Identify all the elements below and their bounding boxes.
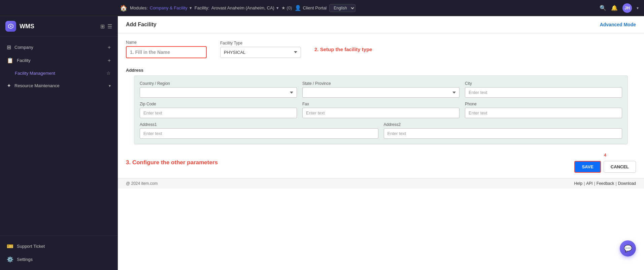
address-header: Address bbox=[126, 68, 636, 73]
content-area: Add Facility Advanced Mode Name Facility… bbox=[118, 16, 644, 270]
phone-input[interactable] bbox=[465, 108, 622, 118]
support-icon: 🎫 bbox=[7, 243, 13, 249]
country-select[interactable] bbox=[140, 87, 297, 98]
sidebar: WMS ⊞ ☰ ⊞ Company + 📋 Facility + Facilit… bbox=[0, 16, 118, 270]
bell-icon[interactable]: 🔔 bbox=[611, 5, 618, 11]
address2-label: Address2 bbox=[384, 122, 622, 127]
footer: @ 2024 item.com Help | API | Feedback | … bbox=[118, 178, 644, 189]
top-navigation: 🏠 Modules: Company & Facility ▾ Facility… bbox=[0, 0, 644, 16]
city-label: City bbox=[465, 81, 622, 86]
client-portal[interactable]: 👤 Client Portal bbox=[295, 5, 327, 11]
zipcode-group: Zip Code bbox=[140, 102, 297, 118]
address1-label: Address1 bbox=[140, 122, 378, 127]
grid-icon[interactable]: ⊞ bbox=[100, 23, 105, 30]
fax-input[interactable] bbox=[302, 108, 460, 118]
facility-label: Facility: bbox=[195, 5, 209, 10]
country-label: Country / Region bbox=[140, 81, 297, 86]
svg-point-1 bbox=[10, 26, 11, 27]
language-select[interactable]: English bbox=[329, 4, 355, 12]
user-chevron[interactable]: ▾ bbox=[637, 6, 639, 10]
company-label: Company bbox=[14, 45, 33, 50]
facility-type-group: Facility Type PHYSICAL VIRTUAL EXTERNAL bbox=[220, 41, 301, 58]
copyright: @ 2024 item.com bbox=[126, 181, 158, 186]
phone-label: Phone bbox=[465, 102, 622, 106]
sidebar-item-settings[interactable]: ⚙️ Settings bbox=[0, 253, 117, 266]
country-group: Country / Region bbox=[140, 81, 297, 98]
main-layout: WMS ⊞ ☰ ⊞ Company + 📋 Facility + Facilit… bbox=[0, 16, 644, 270]
name-input[interactable] bbox=[126, 46, 207, 58]
menu-icon[interactable]: ☰ bbox=[107, 23, 112, 30]
client-portal-label: Client Portal bbox=[303, 5, 327, 10]
resource-icon: ✦ bbox=[7, 82, 11, 89]
sidebar-nav: ⊞ Company + 📋 Facility + Facility Manage… bbox=[0, 37, 117, 235]
address1-input[interactable] bbox=[140, 128, 378, 139]
company-plus-btn[interactable]: + bbox=[108, 44, 111, 50]
sidebar-item-facility-management[interactable]: Facility Management ☆ bbox=[0, 67, 117, 79]
chat-fab-button[interactable]: 💬 bbox=[620, 240, 636, 257]
zipcode-label: Zip Code bbox=[140, 102, 297, 106]
button-row: SAVE CANCEL bbox=[574, 161, 636, 173]
step3-annotation: 3. Configure the other parameters bbox=[126, 159, 218, 166]
sidebar-item-company[interactable]: ⊞ Company + bbox=[0, 41, 117, 54]
nav-home: 🏠 bbox=[120, 4, 127, 12]
facility-management-star[interactable]: ☆ bbox=[106, 70, 111, 76]
city-group: City bbox=[465, 81, 622, 98]
address-grid-row1: Country / Region State / Province City bbox=[140, 81, 622, 98]
zipcode-input[interactable] bbox=[140, 108, 297, 118]
star-count[interactable]: ★ (0) bbox=[281, 5, 292, 10]
phone-group: Phone bbox=[465, 102, 622, 118]
user-icon: 👤 bbox=[295, 5, 301, 11]
city-input[interactable] bbox=[465, 87, 622, 98]
facility-plus-btn[interactable]: + bbox=[108, 58, 111, 64]
sidebar-logo bbox=[5, 21, 16, 32]
download-link[interactable]: Download bbox=[618, 181, 636, 186]
state-group: State / Province bbox=[302, 81, 460, 98]
facility-icon: 📋 bbox=[7, 57, 13, 64]
app-name: WMS bbox=[20, 23, 34, 30]
nav-icons: 🔍 🔔 JH ▾ bbox=[600, 3, 639, 13]
help-link[interactable]: Help bbox=[574, 181, 583, 186]
modules-label: Modules: bbox=[130, 5, 148, 10]
fax-group: Fax bbox=[302, 102, 460, 118]
fax-label: Fax bbox=[302, 102, 460, 106]
address2-input[interactable] bbox=[384, 128, 622, 139]
address1-group: Address1 bbox=[140, 122, 378, 139]
advanced-mode-button[interactable]: Advanced Mode bbox=[600, 22, 636, 27]
chat-icon: 💬 bbox=[624, 244, 632, 252]
modules-link[interactable]: Company & Facility bbox=[150, 5, 188, 10]
settings-label: Settings bbox=[17, 257, 33, 262]
facility-chevron[interactable]: ▾ bbox=[276, 5, 279, 10]
search-icon[interactable]: 🔍 bbox=[600, 5, 606, 11]
support-label: Support Ticket bbox=[17, 244, 45, 249]
facility-management-label: Facility Management bbox=[15, 71, 55, 76]
home-icon[interactable]: 🏠 bbox=[120, 4, 127, 12]
facility-type-label: Facility Type bbox=[220, 41, 301, 45]
save-button[interactable]: SAVE bbox=[574, 161, 601, 173]
name-facility-row: Name Facility Type PHYSICAL VIRTUAL EXTE… bbox=[126, 40, 636, 58]
sidebar-item-resource-maintenance[interactable]: ✦ Resource Maintenance ▾ bbox=[0, 79, 117, 92]
resource-label: Resource Maintenance bbox=[14, 83, 60, 88]
state-select[interactable] bbox=[302, 87, 460, 98]
facility-label: Facility bbox=[17, 58, 30, 63]
avatar[interactable]: JH bbox=[622, 3, 632, 13]
content-header: Add Facility Advanced Mode bbox=[118, 16, 644, 33]
name-group: Name bbox=[126, 40, 207, 58]
settings-icon: ⚙️ bbox=[7, 256, 13, 263]
step2-annotation: 2. Setup the facility type bbox=[314, 46, 372, 52]
step3-row: 3. Configure the other parameters 4 SAVE… bbox=[118, 150, 644, 178]
company-icon: ⊞ bbox=[7, 44, 11, 50]
action-buttons: 4 SAVE CANCEL bbox=[574, 153, 636, 173]
feedback-link[interactable]: Feedback bbox=[597, 181, 614, 186]
address-grid-row2: Zip Code Fax Phone bbox=[140, 102, 622, 118]
page-title: Add Facility bbox=[126, 22, 157, 28]
sidebar-item-facility[interactable]: 📋 Facility + bbox=[0, 54, 117, 67]
api-link[interactable]: API bbox=[586, 181, 592, 186]
name-label: Name bbox=[126, 40, 207, 45]
cancel-button[interactable]: CANCEL bbox=[604, 161, 636, 173]
nav-facility: Facility: Arovast Anaheim (Anaheim, CA) … bbox=[195, 5, 279, 10]
modules-chevron[interactable]: ▾ bbox=[190, 5, 192, 10]
sidebar-item-support[interactable]: 🎫 Support Ticket bbox=[0, 240, 117, 253]
sidebar-bottom: 🎫 Support Ticket ⚙️ Settings bbox=[0, 235, 117, 270]
facility-type-select[interactable]: PHYSICAL VIRTUAL EXTERNAL bbox=[220, 47, 301, 58]
resource-chevron[interactable]: ▾ bbox=[109, 83, 111, 88]
